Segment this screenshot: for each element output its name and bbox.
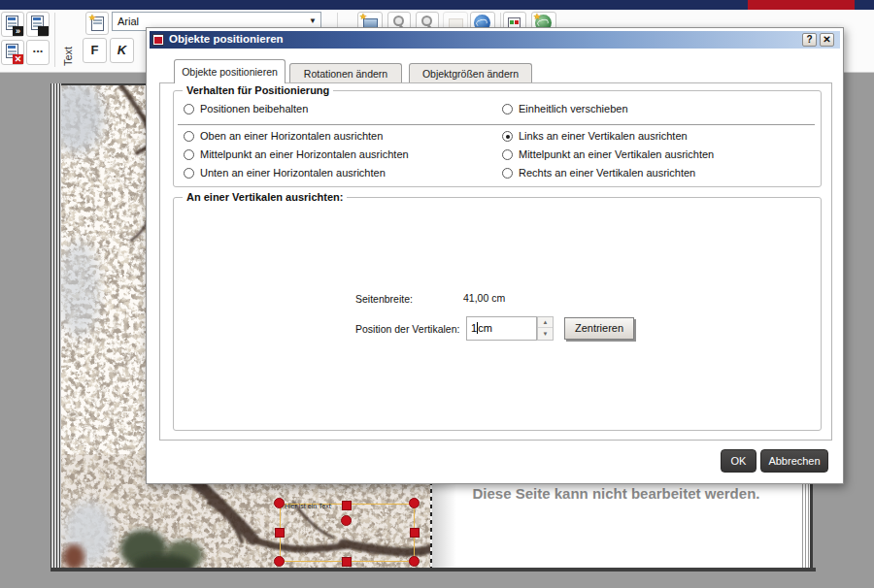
- tab-objektgroessen-aendern[interactable]: Objektgrößen ändern: [409, 63, 532, 83]
- radio-label: Mittelpunkt an einer Vertikalen ausricht…: [519, 148, 714, 160]
- save-badge-icon: [38, 26, 49, 36]
- ok-button[interactable]: OK: [721, 449, 756, 473]
- radio-label: Positionen beibehalten: [200, 103, 308, 114]
- radio-label: Oben an einer Horizontalen ausrichten: [200, 130, 383, 142]
- selection-handle-top-middle[interactable]: [342, 501, 352, 510]
- close-button[interactable]: ✕: [820, 33, 834, 47]
- dialog-title-bar[interactable]: Objekte positionieren ? ✕: [150, 31, 840, 49]
- radio-einheitlich-verschieben[interactable]: [502, 104, 513, 114]
- dialog-objekte-positionieren: Objekte positionieren ? ✕ Objekte positi…: [146, 27, 844, 484]
- radio-label: Rechts an einer Vertikalen ausrichten: [519, 167, 695, 179]
- spin-down-button[interactable]: ▼: [538, 329, 553, 340]
- zentrieren-button[interactable]: Zentrieren: [564, 317, 634, 340]
- forward-badge-icon: »: [13, 26, 23, 36]
- tab-objekte-positionieren[interactable]: Objekte positionieren: [174, 59, 286, 83]
- selection-handle-top-left[interactable]: [274, 498, 285, 508]
- page-locked-message: Diese Seite kann nicht bearbeitet werden…: [432, 485, 800, 502]
- radio-positionen-beibehalten[interactable]: [184, 104, 194, 114]
- selection-rectangle[interactable]: [280, 504, 415, 562]
- position-input[interactable]: 1cm: [466, 316, 537, 341]
- star-icon: ★: [359, 12, 367, 21]
- delete-badge-icon: ✕: [13, 54, 23, 64]
- text-section-label: Text: [49, 45, 87, 68]
- selection-handle-middle-left[interactable]: [275, 528, 285, 538]
- star-icon: ★: [88, 13, 96, 22]
- more-options-button[interactable]: ...: [26, 40, 50, 65]
- selection-handle-bottom-left[interactable]: [274, 556, 285, 567]
- page-forward-button[interactable]: »: [1, 12, 24, 37]
- position-label: Position der Vertikalen:: [355, 323, 459, 335]
- page-delete-button[interactable]: ✕: [1, 40, 24, 65]
- radio-label: Links an einer Vertikalen ausrichten: [519, 130, 688, 142]
- italic-button[interactable]: K: [110, 38, 134, 63]
- radio-mittelpunkt-horizontale[interactable]: [184, 149, 194, 160]
- font-name: Arial: [118, 16, 139, 27]
- radio-oben-horizontale[interactable]: [184, 131, 194, 142]
- selection-handle-middle-right[interactable]: [410, 528, 420, 538]
- radio-label: Einheitlich verschieben: [519, 103, 628, 114]
- radio-label: Unten an einer Horizontalen ausrichten: [200, 167, 386, 179]
- help-button[interactable]: ?: [802, 33, 817, 47]
- groupbox-vertikale-title: An einer Vertikalen ausrichten:: [183, 191, 347, 203]
- selected-object-text[interactable]: Hier ist ein Text: [285, 503, 331, 509]
- spin-up-button[interactable]: ▲: [538, 317, 553, 328]
- groupbox-verhalten-title: Verhalten für Positionierung: [183, 84, 333, 96]
- title-bar-accent: [748, 0, 855, 10]
- cancel-button[interactable]: Abbrechen: [760, 449, 828, 473]
- page-save-button[interactable]: [26, 12, 50, 37]
- bold-button[interactable]: F: [83, 38, 107, 63]
- radio-mittelpunkt-vertikale[interactable]: [502, 149, 513, 160]
- dialog-icon: [152, 34, 164, 46]
- selection-handle-bottom-middle[interactable]: [342, 557, 352, 567]
- radio-unten-horizontale[interactable]: [184, 168, 194, 179]
- tab-rotationen-aendern[interactable]: Rotationen ändern: [289, 63, 402, 83]
- group-divider: [178, 124, 815, 125]
- radio-rechts-vertikale[interactable]: [502, 168, 513, 179]
- page-width-value: 41,00 cm: [463, 292, 505, 304]
- magnifier-icon: [393, 16, 404, 26]
- page-width-label: Seitenbreite:: [355, 293, 413, 305]
- star-icon: ★: [533, 12, 541, 21]
- app-title-bar: [0, 0, 874, 10]
- page-bottom-edge: [50, 568, 816, 572]
- radio-links-vertikale[interactable]: [502, 131, 513, 142]
- position-spinner: ▲ ▼: [537, 316, 554, 341]
- selection-handle-top-right[interactable]: [409, 498, 420, 508]
- selection-handle-bottom-right[interactable]: [409, 556, 420, 567]
- dialog-title: Objekte positionieren: [169, 33, 284, 45]
- magnifier-icon: [421, 16, 432, 26]
- page-stack-left: [50, 83, 61, 572]
- dropdown-icon: ▼: [309, 16, 317, 25]
- add-text-frame-button[interactable]: ★: [85, 12, 109, 35]
- groupbox-vertikale: An einer Vertikalen ausrichten:: [173, 197, 822, 431]
- radio-label: Mittelpunkt an einer Horizontalen ausric…: [200, 148, 409, 160]
- selection-rotation-handle[interactable]: [341, 515, 352, 526]
